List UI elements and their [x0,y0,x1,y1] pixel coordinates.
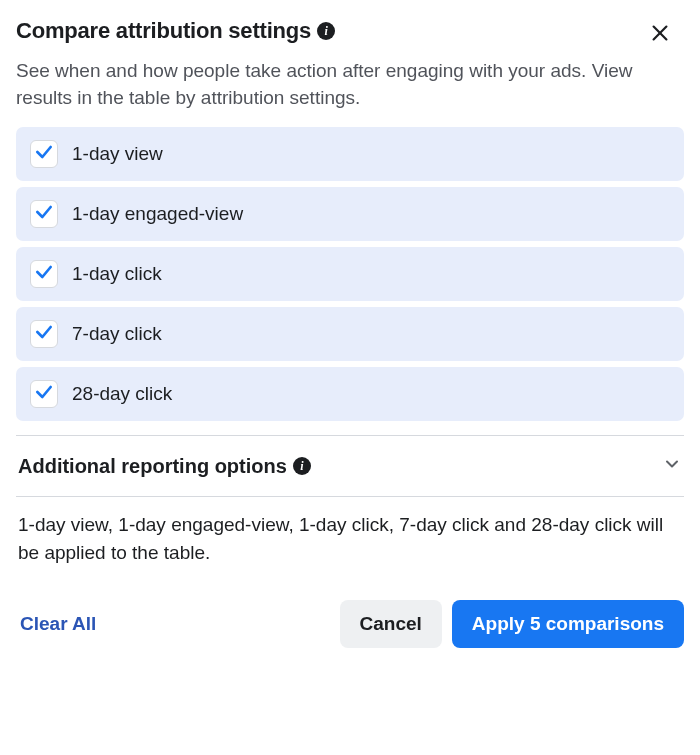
option-label: 1-day click [72,263,162,285]
apply-button[interactable]: Apply 5 comparisons [452,600,684,648]
title-wrap: Compare attribution settings i [16,18,335,44]
checkbox-28-day-click[interactable] [30,380,58,408]
additional-options-toggle[interactable]: Additional reporting options i [16,436,684,496]
info-icon[interactable]: i [293,457,311,475]
check-icon [34,202,54,226]
option-1-day-engaged-view[interactable]: 1-day engaged-view [16,187,684,241]
check-icon [34,322,54,346]
dialog-subtitle: See when and how people take action afte… [16,58,684,111]
option-1-day-view[interactable]: 1-day view [16,127,684,181]
check-icon [34,262,54,286]
option-label: 28-day click [72,383,172,405]
info-icon[interactable]: i [317,22,335,40]
close-button[interactable] [642,16,678,52]
additional-options-title: Additional reporting options [18,455,287,478]
attribution-options-list: 1-day view 1-day engaged-view 1-day clic… [16,127,684,421]
checkbox-1-day-engaged-view[interactable] [30,200,58,228]
chevron-down-icon [662,454,682,478]
cancel-button[interactable]: Cancel [340,600,442,648]
check-icon [34,382,54,406]
footer-actions: Cancel Apply 5 comparisons [340,600,684,648]
dialog-title: Compare attribution settings [16,18,311,44]
option-label: 1-day view [72,143,163,165]
check-icon [34,142,54,166]
dialog-header: Compare attribution settings i [16,18,684,52]
dialog-footer: Clear All Cancel Apply 5 comparisons [16,590,684,648]
option-28-day-click[interactable]: 28-day click [16,367,684,421]
checkbox-1-day-click[interactable] [30,260,58,288]
checkbox-1-day-view[interactable] [30,140,58,168]
option-7-day-click[interactable]: 7-day click [16,307,684,361]
option-label: 7-day click [72,323,162,345]
additional-options-title-wrap: Additional reporting options i [18,455,311,478]
option-1-day-click[interactable]: 1-day click [16,247,684,301]
clear-all-button[interactable]: Clear All [16,603,100,645]
summary-text: 1-day view, 1-day engaged-view, 1-day cl… [16,497,684,590]
checkbox-7-day-click[interactable] [30,320,58,348]
option-label: 1-day engaged-view [72,203,243,225]
close-icon [649,22,671,47]
